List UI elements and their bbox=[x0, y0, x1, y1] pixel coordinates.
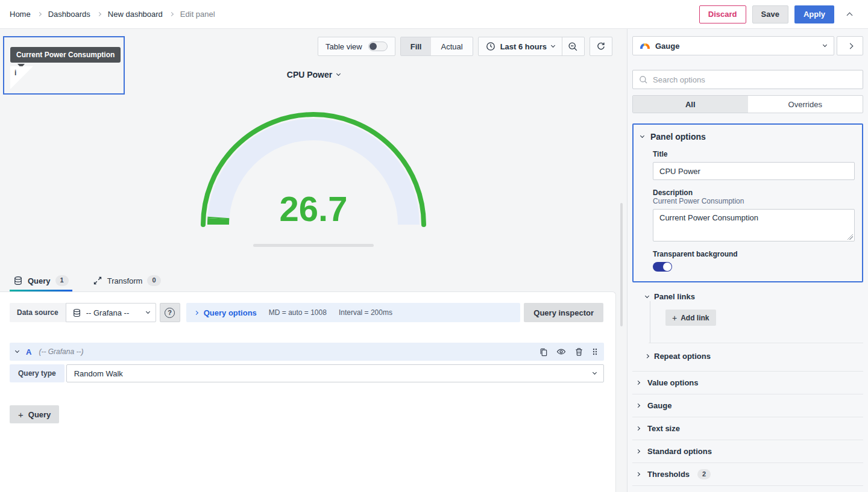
breadcrumb-new-dashboard[interactable]: New dashboard bbox=[108, 10, 163, 19]
gauge-visualization: 26.7 bbox=[196, 93, 431, 231]
add-query-button[interactable]: + Query bbox=[10, 405, 59, 423]
breadcrumb-separator-icon bbox=[37, 12, 42, 16]
fill-actual-segment: Fill Actual bbox=[400, 37, 473, 56]
query-type-value: Random Walk bbox=[74, 369, 123, 378]
tab-query[interactable]: Query 1 bbox=[10, 270, 72, 291]
query-ref-id: A bbox=[26, 347, 31, 357]
time-range-picker[interactable]: Last 6 hours bbox=[479, 37, 562, 55]
fill-tab[interactable]: Fill bbox=[401, 37, 432, 55]
refresh-button[interactable] bbox=[590, 37, 612, 56]
table-view-toggle[interactable] bbox=[368, 42, 388, 51]
add-link-button[interactable]: + Add link bbox=[665, 310, 716, 326]
vertical-scrollbar[interactable] bbox=[620, 203, 623, 326]
query-options-bar: Query options MD = auto = 1008 Interval … bbox=[186, 303, 520, 322]
data-source-label: Data source bbox=[10, 303, 66, 322]
chevron-right-icon bbox=[194, 310, 198, 314]
breadcrumb-dashboards[interactable]: Dashboards bbox=[48, 10, 90, 19]
zoom-out-button[interactable] bbox=[562, 37, 584, 55]
chevron-up-icon bbox=[846, 13, 852, 19]
tab-transform-label: Transform bbox=[107, 276, 143, 285]
panel-links-header[interactable]: Panel links bbox=[646, 292, 863, 301]
panel-options-section: Panel options Title Description Current … bbox=[632, 123, 863, 282]
section-label: Standard options bbox=[647, 447, 712, 456]
section-label: Thresholds bbox=[647, 470, 690, 479]
horizontal-scrollbar[interactable] bbox=[253, 244, 374, 247]
drag-handle-icon bbox=[592, 347, 598, 357]
zoom-out-icon bbox=[568, 42, 578, 52]
query-type-select[interactable]: Random Walk bbox=[66, 364, 604, 382]
options-filter: All Overrides bbox=[632, 95, 863, 113]
data-source-help-button[interactable]: ? bbox=[160, 303, 180, 322]
resize-handle-icon[interactable] bbox=[848, 234, 853, 240]
database-icon bbox=[72, 308, 81, 317]
panel-title-menu[interactable]: CPU Power bbox=[287, 70, 340, 79]
options-search[interactable] bbox=[632, 70, 863, 89]
discard-button[interactable]: Discard bbox=[699, 5, 746, 23]
panel-toolbar: Table view Fill Actual Last 6 hours bbox=[318, 37, 612, 56]
duplicate-query-button[interactable] bbox=[539, 347, 548, 357]
refresh-icon bbox=[596, 42, 606, 51]
section-label: Value options bbox=[647, 378, 699, 387]
save-button[interactable]: Save bbox=[752, 5, 788, 23]
section-thresholds[interactable]: Thresholds 2 bbox=[632, 463, 863, 486]
tab-transform[interactable]: Transform 0 bbox=[89, 270, 165, 291]
panel-title: CPU Power bbox=[287, 70, 332, 79]
breadcrumb-separator-icon bbox=[169, 12, 174, 16]
actual-tab[interactable]: Actual bbox=[431, 37, 472, 55]
section-gauge[interactable]: Gauge bbox=[632, 394, 863, 417]
query-datasource-hint: (-- Grafana --) bbox=[39, 347, 83, 356]
transparent-background-toggle[interactable] bbox=[653, 262, 672, 272]
options-search-input[interactable] bbox=[653, 75, 857, 84]
panel-description-highlight: Current Power Consumption i bbox=[3, 36, 125, 95]
drag-query-handle[interactable] bbox=[592, 347, 598, 357]
collapse-header-button[interactable] bbox=[840, 5, 858, 23]
search-icon bbox=[639, 75, 648, 84]
data-source-picker[interactable]: -- Grafana -- bbox=[66, 303, 156, 322]
query-editor-card: Data source -- Grafana -- ? Query option… bbox=[0, 291, 616, 492]
panel-description-textarea[interactable]: Current Power Consumption bbox=[653, 209, 855, 241]
chevron-right-icon bbox=[636, 381, 640, 385]
table-view-label: Table view bbox=[326, 42, 362, 51]
transform-icon bbox=[93, 276, 102, 285]
chevron-down-icon[interactable] bbox=[15, 349, 19, 353]
panel-title-input[interactable] bbox=[653, 162, 855, 180]
section-label: Gauge bbox=[647, 401, 671, 410]
description-tooltip: Current Power Consumption bbox=[10, 47, 121, 63]
breadcrumb: Home Dashboards New dashboard Edit panel bbox=[10, 10, 215, 19]
transform-count-badge: 0 bbox=[147, 275, 160, 285]
section-value-options[interactable]: Value options bbox=[632, 372, 863, 394]
delete-query-button[interactable] bbox=[574, 347, 583, 357]
chevron-right-icon bbox=[645, 354, 649, 358]
table-view-control[interactable]: Table view bbox=[318, 37, 395, 56]
transparent-background-label: Transparent background bbox=[653, 250, 855, 258]
title-field-label: Title bbox=[653, 150, 855, 158]
apply-button[interactable]: Apply bbox=[794, 5, 834, 23]
panel-options-header[interactable]: Panel options bbox=[641, 132, 855, 142]
options-sidebar: Gauge All Overrides Panel options Title … bbox=[627, 29, 868, 492]
collapsed-sections: Value options Gauge Text size Standard o… bbox=[632, 371, 863, 486]
collapse-options-pane-button[interactable] bbox=[837, 36, 863, 55]
breadcrumb-home[interactable]: Home bbox=[10, 10, 31, 19]
filter-all-tab[interactable]: All bbox=[633, 96, 748, 113]
chevron-down-icon bbox=[823, 43, 827, 47]
repeat-options-header[interactable]: Repeat options bbox=[646, 352, 863, 361]
query-count-badge: 1 bbox=[55, 275, 69, 285]
query-inspector-button[interactable]: Query inspector bbox=[524, 303, 603, 322]
eye-icon bbox=[556, 347, 566, 357]
filter-overrides-tab[interactable]: Overrides bbox=[748, 96, 863, 113]
panel-links-body: + Add link bbox=[650, 301, 863, 343]
thresholds-count-badge: 2 bbox=[697, 469, 711, 479]
visualization-picker[interactable]: Gauge bbox=[632, 36, 834, 55]
plus-icon: + bbox=[18, 409, 24, 420]
description-field-label: Description bbox=[653, 188, 855, 197]
disable-query-button[interactable] bbox=[556, 347, 566, 357]
query-options-label: Query options bbox=[204, 308, 257, 317]
toggle-knob bbox=[663, 263, 671, 271]
section-text-size[interactable]: Text size bbox=[632, 417, 863, 440]
chevron-right-icon bbox=[636, 403, 640, 408]
query-options-toggle[interactable]: Query options bbox=[195, 308, 257, 317]
divider bbox=[649, 343, 863, 343]
toggle-knob bbox=[370, 43, 377, 50]
query-row-a[interactable]: A (-- Grafana --) bbox=[10, 343, 604, 361]
section-standard-options[interactable]: Standard options bbox=[632, 440, 863, 463]
